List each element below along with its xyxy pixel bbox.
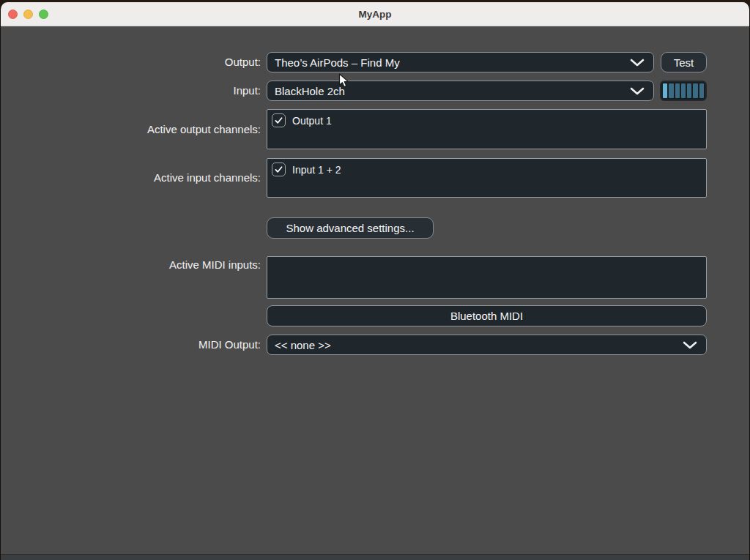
settings-panel: Output: Theo’s AirPods – Find My Test In… (1, 26, 749, 554)
checkbox-checked-icon[interactable] (272, 113, 286, 127)
meter-segment (663, 83, 667, 98)
output-label: Output: (1, 52, 261, 72)
output-device-select[interactable]: Theo’s AirPods – Find My (267, 52, 654, 72)
midi-output-label: MIDI Output: (1, 335, 261, 355)
bluetooth-midi-button[interactable]: Bluetooth MIDI (267, 305, 707, 326)
meter-segment (693, 83, 697, 98)
midi-inputs-list (267, 256, 707, 299)
window-title: MyApp (1, 9, 749, 20)
channel-toggle-row[interactable]: Input 1 + 2 (272, 163, 702, 176)
meter-segment (681, 83, 686, 98)
chevron-down-icon (683, 341, 697, 349)
active-input-channels-label: Active input channels: (1, 158, 261, 198)
meter-segment (687, 83, 691, 98)
active-output-channels-label: Active output channels: (1, 109, 261, 149)
midi-output-select[interactable]: << none >> (267, 335, 707, 355)
midi-output-value: << none >> (275, 339, 331, 351)
active-midi-inputs-label: Active MIDI inputs: (1, 258, 261, 272)
channel-label: Input 1 + 2 (292, 164, 341, 176)
output-device-value: Theo’s AirPods – Find My (275, 56, 400, 69)
titlebar: MyApp (1, 2, 749, 26)
chevron-down-icon (630, 59, 645, 67)
input-channels-list: Input 1 + 2 (267, 158, 707, 198)
show-advanced-settings-button[interactable]: Show advanced settings... (267, 217, 434, 239)
input-device-value: BlackHole 2ch (275, 85, 345, 97)
meter-segment (669, 83, 673, 98)
chevron-down-icon (630, 87, 645, 95)
channel-toggle-row[interactable]: Output 1 (272, 113, 702, 127)
checkbox-checked-icon[interactable] (272, 163, 286, 176)
input-level-meter (660, 81, 707, 101)
output-channels-list: Output 1 (267, 109, 707, 149)
mouse-cursor-icon (338, 73, 350, 89)
meter-segment (675, 83, 680, 98)
app-window: MyApp Output: Theo’s AirPods – Find My T… (0, 2, 750, 560)
input-device-select[interactable]: BlackHole 2ch (267, 81, 654, 101)
window-bottom-edge (1, 554, 749, 560)
input-label: Input: (1, 81, 261, 101)
meter-segment (699, 83, 704, 98)
channel-label: Output 1 (292, 115, 332, 127)
test-button[interactable]: Test (661, 52, 707, 72)
